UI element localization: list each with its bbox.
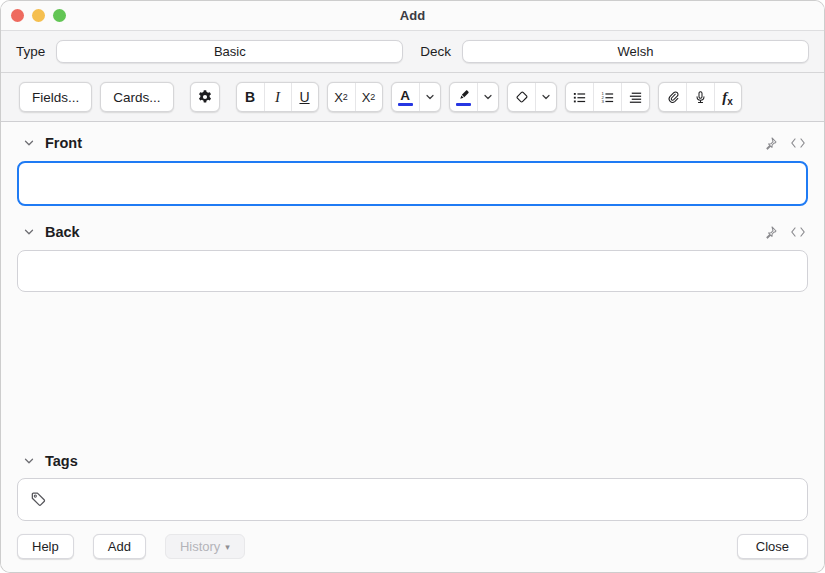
paperclip-icon	[665, 90, 680, 105]
numbered-list-icon: 123	[600, 90, 615, 105]
tags-header[interactable]: Tags	[1, 446, 824, 476]
italic-button[interactable]: I	[264, 83, 291, 111]
front-field-input[interactable]	[17, 161, 808, 206]
fields-button[interactable]: Fields...	[20, 83, 91, 111]
subscript-button[interactable]: X2	[355, 83, 382, 111]
tags-input[interactable]	[17, 478, 808, 521]
footer-bar: Help Add History ▾ Close	[1, 521, 824, 572]
collapse-back-icon	[23, 226, 35, 238]
back-field-input[interactable]	[17, 250, 808, 292]
history-button[interactable]: History ▾	[165, 534, 245, 559]
title-bar: Add	[1, 1, 824, 31]
add-button[interactable]: Add	[93, 534, 146, 559]
function-icon: fx	[722, 89, 733, 106]
text-color-dropdown-button[interactable]	[419, 83, 440, 111]
dropdown-arrow-icon: ▾	[225, 542, 230, 552]
deck-selector[interactable]: Welsh	[462, 40, 809, 63]
unordered-list-button[interactable]	[566, 83, 593, 111]
collapse-front-icon	[23, 137, 35, 149]
window-title: Add	[1, 8, 824, 23]
pin-field-icon[interactable]	[763, 225, 778, 240]
ordered-list-button[interactable]: 123	[593, 83, 621, 111]
eraser-icon	[514, 90, 529, 105]
zoom-window-button[interactable]	[53, 9, 66, 22]
equation-button[interactable]: fx	[714, 83, 741, 111]
add-note-dialog: Add Type Basic Deck Welsh Fields... Card…	[0, 0, 825, 573]
text-color-icon: A	[400, 89, 410, 102]
highlight-pen-icon	[457, 89, 470, 102]
remove-formatting-dropdown-button[interactable]	[535, 83, 556, 111]
text-color-swatch	[398, 103, 413, 106]
front-field-label: Front	[45, 135, 82, 151]
pin-field-icon[interactable]	[763, 136, 778, 151]
microphone-icon	[693, 90, 708, 105]
settings-button[interactable]	[191, 83, 219, 111]
minimize-window-button[interactable]	[32, 9, 45, 22]
attach-media-button[interactable]	[659, 83, 686, 111]
bold-button[interactable]: B	[237, 83, 264, 111]
svg-text:3: 3	[601, 99, 604, 104]
fields-area: Front Back	[1, 122, 824, 572]
text-color-button[interactable]: A	[392, 83, 419, 111]
chevron-down-icon	[483, 92, 493, 102]
deck-label: Deck	[420, 44, 451, 59]
highlight-color-swatch	[456, 103, 471, 106]
collapse-tags-icon	[23, 455, 35, 467]
chevron-down-icon	[425, 92, 435, 102]
alignment-button[interactable]	[621, 83, 649, 111]
record-audio-button[interactable]	[686, 83, 714, 111]
highlight-color-dropdown-button[interactable]	[477, 83, 498, 111]
tag-icon	[30, 491, 47, 508]
tags-section: Tags	[1, 440, 824, 521]
editor-toolbar: Fields... Cards... B I U X2 X2 A	[1, 73, 824, 122]
gear-icon	[197, 89, 213, 105]
type-label: Type	[16, 44, 45, 59]
underline-button[interactable]: U	[291, 83, 318, 111]
cards-button[interactable]: Cards...	[101, 83, 172, 111]
align-icon	[628, 90, 643, 105]
back-field-label: Back	[45, 224, 80, 240]
close-button[interactable]: Close	[737, 534, 808, 559]
back-field-header[interactable]: Back	[1, 217, 824, 247]
html-editor-icon[interactable]	[790, 137, 806, 149]
remove-formatting-button[interactable]	[508, 83, 535, 111]
close-window-button[interactable]	[11, 9, 24, 22]
bullet-list-icon	[572, 90, 587, 105]
superscript-button[interactable]: X2	[328, 83, 355, 111]
notetype-selector[interactable]: Basic	[56, 40, 403, 63]
traffic-lights	[11, 9, 66, 22]
help-button[interactable]: Help	[17, 534, 74, 559]
html-editor-icon[interactable]	[790, 226, 806, 238]
front-field-header[interactable]: Front	[1, 128, 824, 158]
highlight-color-button[interactable]	[450, 83, 477, 111]
chevron-down-icon	[541, 92, 551, 102]
tags-label: Tags	[45, 453, 78, 469]
notetype-deck-row: Type Basic Deck Welsh	[1, 31, 824, 73]
